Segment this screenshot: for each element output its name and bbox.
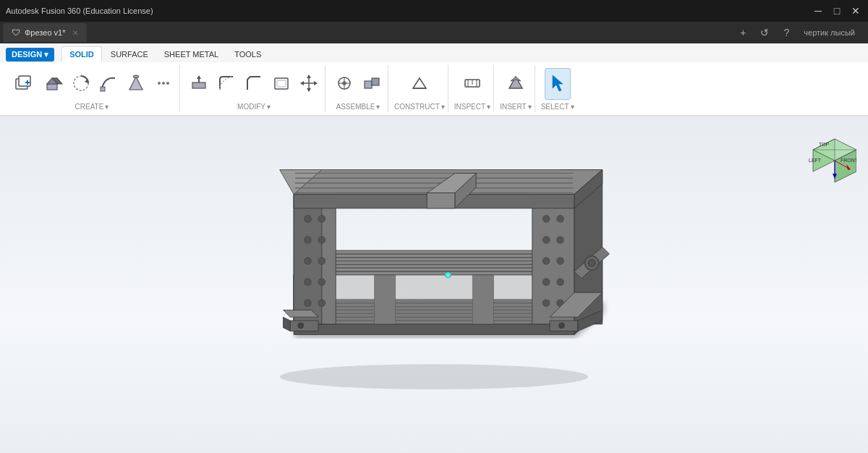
title-bar: Autodesk Fusion 360 (Education License) … xyxy=(0,0,868,22)
svg-point-94 xyxy=(542,279,550,286)
svg-point-42 xyxy=(280,364,589,389)
svg-rect-31 xyxy=(372,78,379,85)
svg-rect-9 xyxy=(101,87,105,91)
viewport[interactable]: LEFT TOP FRONT xyxy=(0,117,868,453)
refresh-button[interactable]: ↺ xyxy=(756,24,773,41)
tab-bar: 🛡 Фрезео v1* ✕ + ↺ ? чертик лысый xyxy=(0,22,868,43)
chamfer-button[interactable] xyxy=(241,68,267,100)
measure-icon xyxy=(463,74,482,95)
user-badge[interactable]: чертик лысый xyxy=(799,27,859,38)
assemble-dropdown-icon: ▾ xyxy=(376,103,380,111)
new-tab-button[interactable]: + xyxy=(734,24,752,41)
svg-point-96 xyxy=(542,300,550,307)
new-component-button[interactable] xyxy=(7,67,39,101)
revolve-button[interactable] xyxy=(68,68,94,100)
create-dropdown-icon: ▾ xyxy=(105,103,109,111)
create-more-icon xyxy=(154,74,173,95)
loft-button[interactable] xyxy=(123,68,149,100)
svg-point-14 xyxy=(166,82,169,85)
tab-icon: 🛡 xyxy=(12,27,20,38)
construct-group: CONSTRUCT ▾ xyxy=(391,65,448,112)
svg-marker-111 xyxy=(284,317,291,331)
modify-label: MODIFY ▾ xyxy=(237,103,271,111)
joint-button[interactable] xyxy=(331,68,357,100)
modify-buttons xyxy=(186,67,322,101)
toolbar-area: DESIGN ▾ SOLID SURFACE SHEET METAL TOOLS xyxy=(0,43,868,117)
svg-point-93 xyxy=(557,258,564,265)
svg-marker-110 xyxy=(290,321,318,331)
svg-point-75 xyxy=(305,216,312,223)
svg-point-120 xyxy=(588,260,595,267)
construct-dropdown-icon: ▾ xyxy=(441,103,445,111)
svg-point-95 xyxy=(557,279,564,286)
insert-buttons xyxy=(503,67,529,101)
press-pull-button[interactable] xyxy=(186,68,212,100)
loft-icon xyxy=(127,74,145,95)
user-name: чертик лысый xyxy=(804,28,855,37)
window-controls: ─ □ ✕ xyxy=(812,4,862,17)
svg-marker-25 xyxy=(314,81,318,85)
insert-group: INSERT ▾ xyxy=(497,65,535,112)
tab-surface[interactable]: SURFACE xyxy=(103,47,156,62)
svg-point-117 xyxy=(559,323,565,329)
extrude-button[interactable] xyxy=(41,68,67,100)
construct-label: CONSTRUCT ▾ xyxy=(394,103,445,111)
select-label: SELECT ▾ xyxy=(541,103,574,111)
inspect-label: INSPECT ▾ xyxy=(454,103,490,111)
move-button[interactable] xyxy=(296,68,322,100)
new-component-icon xyxy=(13,73,33,96)
svg-marker-10 xyxy=(129,77,142,90)
fillet-button[interactable] xyxy=(213,68,239,100)
insert-button[interactable] xyxy=(503,68,529,100)
assemble-group: ASSEMBLE ▾ xyxy=(328,65,388,112)
measure-button[interactable] xyxy=(459,68,485,100)
design-dropdown[interactable]: DESIGN ▾ xyxy=(6,48,54,62)
inspect-dropdown-icon: ▾ xyxy=(487,103,490,111)
svg-rect-30 xyxy=(365,81,372,88)
svg-point-80 xyxy=(318,258,326,265)
svg-point-81 xyxy=(305,279,312,286)
svg-marker-33 xyxy=(413,78,426,88)
help-button[interactable]: ? xyxy=(778,24,795,41)
minimize-button[interactable]: ─ xyxy=(812,4,825,17)
svg-point-12 xyxy=(158,82,161,85)
model-svg xyxy=(231,159,637,391)
restore-button[interactable]: □ xyxy=(830,4,843,17)
as-built-joint-button[interactable] xyxy=(359,68,385,100)
model-container xyxy=(231,159,637,391)
tab-tools[interactable]: TOOLS xyxy=(227,47,268,62)
svg-point-79 xyxy=(305,258,312,265)
document-tab[interactable]: 🛡 Фрезео v1* ✕ xyxy=(3,23,87,42)
fillet-icon xyxy=(217,74,236,95)
svg-text:TOP: TOP xyxy=(819,142,830,147)
close-button[interactable]: ✕ xyxy=(849,4,862,17)
view-cube[interactable]: LEFT TOP FRONT xyxy=(806,128,856,179)
svg-marker-44 xyxy=(294,324,574,335)
shell-button[interactable] xyxy=(268,68,294,100)
tab-sheet-metal[interactable]: SHEET METAL xyxy=(157,47,226,62)
command-ribbon: CREATE ▾ xyxy=(0,62,868,116)
chamfer-icon xyxy=(244,74,263,95)
svg-marker-24 xyxy=(300,81,304,85)
select-button[interactable] xyxy=(545,68,571,100)
svg-point-91 xyxy=(557,237,564,244)
tab-solid[interactable]: SOLID xyxy=(61,46,102,62)
tab-close-button[interactable]: ✕ xyxy=(72,29,78,37)
insert-label: INSERT ▾ xyxy=(500,103,532,111)
sweep-button[interactable] xyxy=(95,68,122,100)
sweep-icon xyxy=(99,74,118,95)
svg-point-88 xyxy=(542,216,550,223)
svg-text:FRONT: FRONT xyxy=(841,158,856,163)
svg-point-82 xyxy=(318,279,326,286)
select-dropdown-icon: ▾ xyxy=(571,103,574,111)
move-icon xyxy=(299,74,318,95)
inspect-group: INSPECT ▾ xyxy=(451,65,494,112)
svg-marker-23 xyxy=(307,88,311,92)
press-pull-icon xyxy=(190,74,208,95)
svg-point-78 xyxy=(318,237,326,244)
construct-button[interactable] xyxy=(407,68,433,100)
app-title: Autodesk Fusion 360 (Education License) xyxy=(6,7,812,15)
select-group: SELECT ▾ xyxy=(538,65,577,112)
create-more-button[interactable] xyxy=(150,68,176,100)
toolbar-tabs: DESIGN ▾ SOLID SURFACE SHEET METAL TOOLS xyxy=(0,43,868,62)
